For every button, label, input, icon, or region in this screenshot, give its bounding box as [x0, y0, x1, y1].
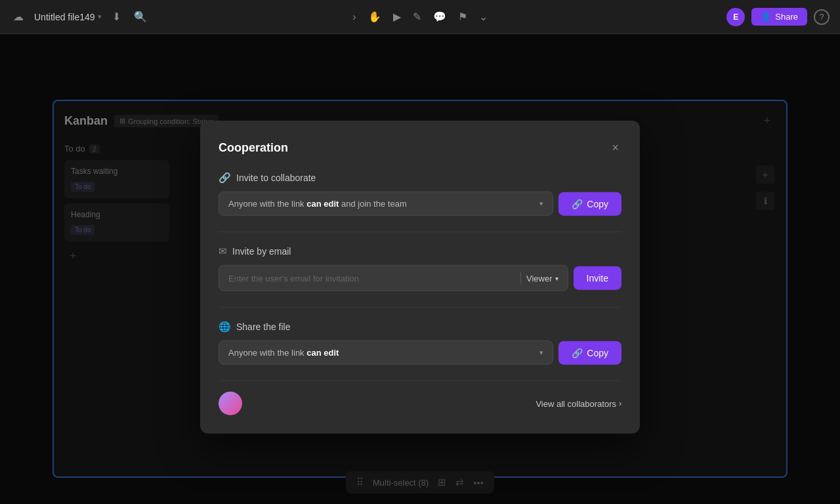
- hand-icon[interactable]: ✋: [366, 8, 384, 26]
- share-link-text: Anyone with the link can edit: [228, 348, 339, 358]
- chevron-down-icon: ▾: [539, 348, 543, 357]
- collaborator-avatar: [219, 392, 242, 415]
- topbar-center: › ✋ ▶ ✎ 💬 ⚑ ⌄: [350, 8, 490, 26]
- invite-email-row: Viewer ▾ Invite: [219, 265, 621, 291]
- invite-email-section: ✉ Invite by email Viewer ▾ Invite: [219, 245, 621, 291]
- chevron-down-icon: ▾: [98, 12, 102, 21]
- download-icon[interactable]: ⬇: [110, 8, 123, 26]
- modal-header: Cooperation ×: [219, 139, 621, 156]
- envelope-icon: ✉: [219, 245, 227, 257]
- more-icon[interactable]: ⌄: [476, 8, 490, 26]
- comment-icon[interactable]: 💬: [430, 8, 449, 26]
- user-avatar: E: [726, 8, 745, 26]
- input-divider: [520, 272, 521, 284]
- close-button[interactable]: ×: [609, 139, 621, 156]
- invite-collaborate-label: 🔗 Invite to collaborate: [219, 172, 621, 184]
- share-file-section: 🌐 Share the file Anyone with the link ca…: [219, 321, 621, 365]
- flag-icon[interactable]: ⚑: [455, 8, 470, 26]
- play-icon[interactable]: ▶: [390, 8, 404, 26]
- chevron-down-icon: ▾: [539, 200, 543, 208]
- topbar: ☁ Untitled file149 ▾ ⬇ 🔍 › ✋ ▶ ✎ 💬 ⚑ ⌄ E…: [0, 0, 840, 34]
- modal-title: Cooperation: [219, 140, 288, 154]
- section-divider-2: [219, 307, 621, 308]
- copy-link-icon: 🔗: [572, 347, 583, 358]
- viewer-dropdown[interactable]: Viewer ▾: [526, 273, 558, 283]
- chevron-down-icon: ▾: [555, 274, 558, 282]
- invite-copy-button[interactable]: 🔗 Copy: [558, 192, 621, 215]
- share-icon: 👤: [761, 12, 771, 22]
- invite-button[interactable]: Invite: [574, 266, 621, 290]
- pen-icon[interactable]: ✎: [410, 8, 424, 26]
- share-button[interactable]: 👤 Share: [751, 8, 807, 26]
- email-input-wrap: Viewer ▾: [219, 265, 568, 291]
- file-title[interactable]: Untitled file149 ▾: [34, 12, 102, 22]
- section-divider-1: [219, 232, 621, 232]
- cooperation-modal: Cooperation × 🔗 Invite to collaborate An…: [200, 121, 640, 434]
- link-icon: 🔗: [219, 172, 231, 184]
- invite-collaborate-row: Anyone with the link can edit and join t…: [219, 192, 621, 216]
- help-button[interactable]: ?: [814, 9, 830, 25]
- topbar-right: E 👤 Share ?: [726, 8, 830, 26]
- invite-link-text: Anyone with the link can edit and join t…: [228, 199, 407, 209]
- topbar-left: ☁ Untitled file149 ▾ ⬇ 🔍: [10, 8, 150, 26]
- forward-icon[interactable]: ›: [350, 9, 358, 26]
- share-file-label: 🌐 Share the file: [219, 321, 621, 333]
- share-link-dropdown[interactable]: Anyone with the link can edit ▾: [219, 341, 553, 365]
- invite-email-label: ✉ Invite by email: [219, 245, 621, 257]
- globe-icon: 🌐: [219, 321, 231, 333]
- invite-collaborate-section: 🔗 Invite to collaborate Anyone with the …: [219, 172, 621, 216]
- view-all-collaborators-link[interactable]: View all collaborators ›: [536, 398, 621, 408]
- search-icon[interactable]: 🔍: [131, 8, 150, 26]
- invite-link-dropdown[interactable]: Anyone with the link can edit and join t…: [219, 192, 553, 216]
- file-title-text: Untitled file149: [34, 12, 95, 22]
- share-file-row: Anyone with the link can edit ▾ 🔗 Copy: [219, 341, 621, 365]
- cloud-icon[interactable]: ☁: [10, 8, 26, 26]
- share-copy-button[interactable]: 🔗 Copy: [558, 341, 621, 364]
- modal-footer: View all collaborators ›: [219, 381, 621, 415]
- copy-link-icon: 🔗: [572, 198, 583, 209]
- email-input[interactable]: [228, 273, 515, 283]
- chevron-right-icon: ›: [619, 399, 621, 408]
